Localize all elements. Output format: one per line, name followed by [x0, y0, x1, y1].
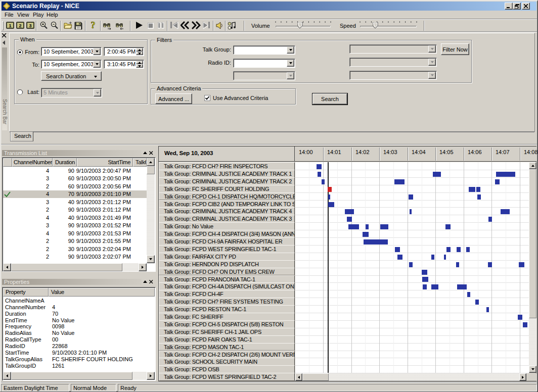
- svg-text:3: 3: [29, 23, 31, 28]
- svg-text:2: 2: [19, 23, 21, 28]
- svg-text:?: ?: [91, 21, 96, 30]
- svg-text:1: 1: [9, 23, 11, 28]
